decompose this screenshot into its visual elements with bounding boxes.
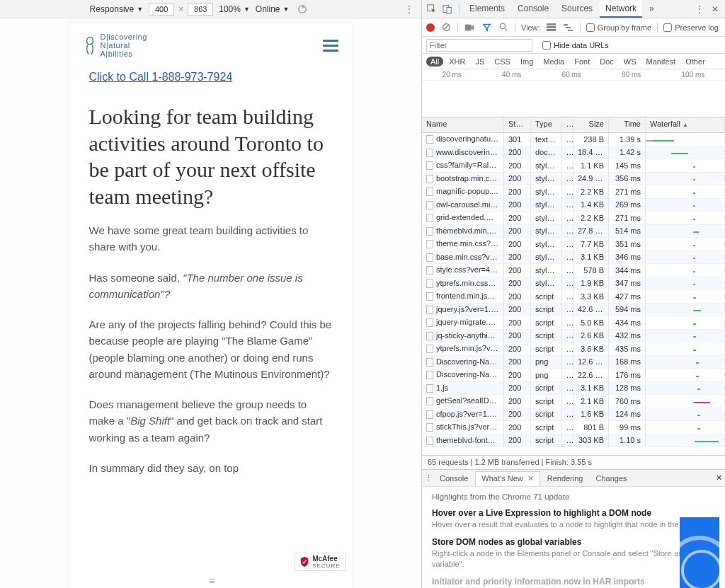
table-row[interactable]: style.css?ver=4.9.9200styles......578 B3…	[422, 264, 725, 277]
whatsnew-artwork	[680, 517, 719, 588]
call-link[interactable]: Click to Call 1-888-973-7924	[89, 71, 233, 83]
table-row[interactable]: ytprefs.min.js?ver...200script...3.6 KB4…	[422, 342, 725, 356]
filter-icon[interactable]	[481, 22, 492, 33]
table-row[interactable]: jq-sticky-anything...200script...2.6 KB4…	[422, 330, 725, 343]
group-by-frame-checkbox[interactable]: Group by frame	[586, 23, 651, 32]
site-logo[interactable]: D|iscovering N|atural A|bilities	[84, 33, 147, 58]
svg-rect-14	[566, 27, 571, 28]
drawer-tab-rendering[interactable]: Rendering	[542, 472, 589, 485]
tab-network[interactable]: Network	[600, 1, 642, 18]
table-row[interactable]: grid-extended.mi...200styles......2.2 KB…	[422, 212, 725, 225]
table-row[interactable]: frontend.min.js?v...200script...3.3 KB42…	[422, 290, 725, 304]
preserve-log-checkbox[interactable]: Preserve log	[663, 23, 719, 32]
type-filter-all[interactable]: All	[426, 57, 443, 67]
col-initiator[interactable]: ...	[562, 117, 573, 132]
type-filter-ws[interactable]: WS	[620, 57, 641, 67]
table-row[interactable]: themeblvd.min.cs...200styles......27.8 K…	[422, 225, 725, 238]
close-devtools-icon[interactable]: ✕	[708, 2, 722, 16]
table-row[interactable]: owl-carousel.min...200styles......1.4 KB…	[422, 199, 725, 212]
type-filter-font[interactable]: Font	[570, 57, 594, 67]
col-status[interactable]: Stat...	[504, 117, 531, 132]
rotate-icon[interactable]	[295, 1, 310, 17]
throttle-select[interactable]: Online▼	[256, 4, 290, 14]
col-name[interactable]: Name	[422, 117, 504, 132]
table-row[interactable]: www.discovering...200docu......18.4 KB1.…	[422, 146, 725, 160]
tab-elements[interactable]: Elements	[464, 1, 510, 18]
close-tab-icon[interactable]: ✕	[527, 474, 534, 483]
col-type[interactable]: Type	[531, 117, 562, 132]
devtools-panel: Elements Console Sources Network » ⋮ ✕ V…	[422, 0, 725, 588]
table-row[interactable]: jquery.js?ver=1.12.4200script...42.6 KB5…	[422, 304, 725, 317]
table-row[interactable]: getSeal?sealID=2...200script...2.1 KB760…	[422, 395, 725, 408]
clear-icon[interactable]	[440, 22, 452, 33]
mcafee-badge[interactable]: McAfeeSECURE	[295, 553, 345, 571]
kebab-menu-icon[interactable]: ⋮	[401, 1, 417, 17]
drawer-tab-whatsnew[interactable]: What's New✕	[475, 471, 540, 485]
table-row[interactable]: Discovering-Natur...200png...22.6 KB176 …	[422, 369, 725, 382]
devtools-tabs: Elements Console Sources Network » ⋮ ✕	[422, 0, 725, 18]
camera-icon[interactable]	[464, 22, 475, 33]
record-icon[interactable]	[426, 23, 435, 32]
zoom-select[interactable]: 100%▼	[219, 4, 250, 14]
search-icon[interactable]	[498, 22, 509, 33]
col-size[interactable]: Size	[573, 117, 609, 132]
table-row[interactable]: base.min.css?ver...200styles......3.1 KB…	[422, 251, 725, 265]
drawer-kebab-icon[interactable]: ⋮	[425, 473, 433, 483]
device-height-input[interactable]	[188, 3, 213, 16]
tab-overflow[interactable]: »	[644, 1, 660, 18]
table-row[interactable]: magnific-popup....200styles......2.2 KB2…	[422, 185, 725, 199]
table-row[interactable]: discoveringnatura...301text/h......238 B…	[422, 133, 725, 146]
waterfall-view-icon[interactable]	[563, 22, 574, 33]
drawer-tab-changes[interactable]: Changes	[590, 472, 632, 485]
col-time[interactable]: Time	[609, 117, 646, 132]
network-table-body[interactable]: discoveringnatura...301text/h......238 B…	[422, 133, 725, 455]
svg-rect-15	[568, 30, 573, 31]
type-filter-css[interactable]: CSS	[490, 57, 515, 67]
type-filter-row: AllXHRJSCSSImgMediaFontDocWSManifestOthe…	[422, 54, 725, 69]
svg-line-9	[505, 28, 507, 30]
page-frame[interactable]: D|iscovering N|atural A|bilities Click t…	[69, 23, 353, 588]
tab-console[interactable]: Console	[512, 1, 554, 18]
file-icon	[426, 227, 433, 236]
device-toggle-icon[interactable]	[440, 2, 455, 16]
network-toolbar: View: Group by frame Preserve log	[422, 18, 725, 37]
type-filter-other[interactable]: Other	[681, 57, 709, 67]
device-select[interactable]: Responsive▼	[90, 4, 144, 14]
settings-kebab-icon[interactable]: ⋮	[692, 2, 707, 16]
device-width-input[interactable]	[149, 3, 174, 16]
resize-handle-bottom-icon[interactable]: ≡	[209, 575, 212, 587]
table-row[interactable]: bootstrap.min.css...200styles......24.9 …	[422, 173, 725, 186]
type-filter-manifest[interactable]: Manifest	[642, 57, 680, 67]
inspect-icon[interactable]	[425, 2, 439, 16]
timeline-overview[interactable]: 20 ms40 ms60 ms80 ms100 ms	[422, 69, 725, 117]
table-row[interactable]: jquery-migrate.mi...200script...5.0 KB43…	[422, 316, 725, 330]
file-icon	[426, 292, 433, 301]
whatsnew-item-sub: Hover over a result that evaluates to a …	[432, 519, 715, 530]
type-filter-doc[interactable]: Doc	[595, 57, 618, 67]
table-row[interactable]: cfpop.js?ver=1.0.0200script...1.6 KB124 …	[422, 408, 725, 422]
filter-input[interactable]	[426, 39, 532, 52]
resize-handle-icon[interactable]: ▐	[417, 316, 421, 330]
hamburger-menu-icon[interactable]	[323, 40, 338, 52]
large-rows-icon[interactable]	[546, 22, 557, 33]
table-row[interactable]: themeblvd-fontaw...200script...303 KB1.1…	[422, 434, 725, 448]
table-row[interactable]: css?family=Ralew...200styles......1.1 KB…	[422, 159, 725, 173]
table-row[interactable]: Discovering-Natur...200png...12.6 KB168 …	[422, 356, 725, 369]
tab-sources[interactable]: Sources	[556, 1, 598, 18]
close-drawer-icon[interactable]: ✕	[716, 473, 722, 483]
table-row[interactable]: ytprefs.min.css?v...200styles......1.9 K…	[422, 277, 725, 291]
type-filter-img[interactable]: Img	[516, 57, 537, 67]
table-row[interactable]: stickThis.js?ver=2...200script...801 B99…	[422, 421, 725, 434]
type-filter-xhr[interactable]: XHR	[445, 57, 469, 67]
drawer-tab-console[interactable]: Console	[434, 472, 474, 485]
file-icon	[426, 161, 433, 170]
table-row[interactable]: theme.min.css?ve...200styles......7.7 KB…	[422, 238, 725, 251]
svg-rect-11	[547, 26, 556, 28]
hide-data-urls-checkbox[interactable]: Hide data URLs	[542, 41, 609, 50]
table-row[interactable]: 1.js200script...3.1 KB128 ms	[422, 382, 725, 396]
type-filter-media[interactable]: Media	[539, 57, 569, 67]
whatsnew-item-heading: Hover over a Live Expression to highligh…	[432, 508, 715, 518]
type-filter-js[interactable]: JS	[471, 57, 489, 67]
paragraph: In summary did they say, on top	[89, 460, 333, 476]
col-waterfall[interactable]: Waterfall ▲	[646, 117, 725, 132]
